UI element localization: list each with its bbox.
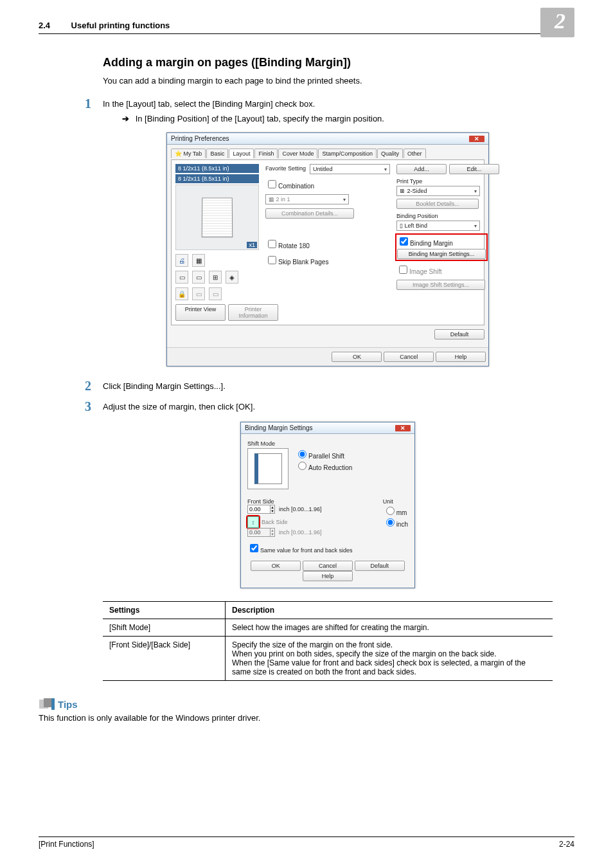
- tab-finish[interactable]: Finish: [254, 149, 278, 158]
- printing-preferences-dialog: Printing Preferences ✕ ⭐ My Tab Basic La…: [166, 132, 489, 366]
- step-number: 3: [85, 400, 103, 413]
- table-header-settings: Settings: [103, 602, 226, 619]
- ok-button[interactable]: OK: [251, 561, 301, 571]
- table-row: [Shift Mode] Select how the images are s…: [103, 619, 553, 637]
- zoom-indicator: x1: [247, 242, 257, 248]
- step-3: 3 Adjust the size of margin, then click …: [85, 400, 553, 413]
- help-button[interactable]: Help: [436, 352, 486, 362]
- setting-name: [Shift Mode]: [103, 619, 226, 637]
- edit-button[interactable]: Edit...: [449, 164, 499, 174]
- back-side-spinner: ▲▼: [247, 528, 275, 537]
- favorite-setting-select[interactable]: Untitled▾: [310, 164, 390, 174]
- tips-text: This function is only available for the …: [39, 713, 553, 723]
- misc2-icon[interactable]: ▭: [209, 287, 222, 300]
- step-text: Click [Binding Margin Settings...].: [103, 379, 226, 391]
- chapter-number: 2: [540, 8, 574, 37]
- back-side-label: Back Side: [262, 519, 288, 525]
- step-text: In the [Layout] tab, select the [Binding…: [103, 97, 315, 109]
- tips-label: Tips: [58, 699, 78, 710]
- front-side-label: Front Side: [247, 498, 322, 505]
- svg-rect-2: [51, 698, 55, 710]
- table-header-description: Description: [226, 602, 553, 619]
- default-button[interactable]: Default: [355, 561, 405, 571]
- footer-left: [Print Functions]: [39, 840, 94, 849]
- settings-table: Settings Description [Shift Mode] Select…: [103, 601, 553, 681]
- svg-rect-1: [44, 698, 53, 707]
- setting-name: [Front Side]/[Back Side]: [103, 637, 226, 681]
- section-number: 2.4: [39, 21, 50, 30]
- tab-covermode[interactable]: Cover Mode: [278, 149, 317, 158]
- cancel-button[interactable]: Cancel: [384, 352, 434, 362]
- printer-icon[interactable]: 🖨: [175, 254, 188, 267]
- unit-label: Unit: [383, 498, 408, 505]
- unit-inch-radio[interactable]: inch: [383, 521, 408, 528]
- step-number: 1: [85, 97, 103, 110]
- print-type-label: Print Type: [396, 178, 480, 185]
- grid-icon[interactable]: ⊞: [209, 271, 222, 284]
- default-button[interactable]: Default: [434, 329, 484, 339]
- layout-icon[interactable]: ▭: [175, 271, 188, 284]
- combination-select[interactable]: ▦ 2 in 1▾: [265, 194, 349, 204]
- rotate180-checkbox[interactable]: Rotate 180: [265, 242, 310, 249]
- step-text: Adjust the size of margin, then click [O…: [103, 400, 255, 411]
- binding-margin-settings-dialog: Binding Margin Settings ✕ Shift Mode Par…: [240, 422, 415, 588]
- dialog-title: Printing Preferences: [171, 135, 229, 142]
- ok-button[interactable]: OK: [332, 352, 382, 362]
- step-1: 1 In the [Layout] tab, select the [Bindi…: [85, 97, 553, 110]
- back-side-range: inch [0.00...1.96]: [279, 529, 322, 536]
- misc1-icon[interactable]: ▭: [192, 287, 205, 300]
- combination-details-button[interactable]: Combination Details...: [265, 208, 354, 219]
- setting-description: Select how the images are shifted for cr…: [226, 619, 553, 637]
- topic-title: Adding a margin on pages ([Binding Margi…: [103, 56, 553, 69]
- lead-paragraph: You can add a binding margin to each pag…: [103, 76, 553, 86]
- print-type-select[interactable]: 🗎 2-Sided▾: [396, 186, 480, 196]
- tab-layout[interactable]: Layout: [229, 149, 254, 158]
- tab-mytab[interactable]: ⭐ My Tab: [171, 149, 206, 158]
- binding-position-label: Binding Position: [396, 213, 480, 219]
- image-shift-checkbox[interactable]: Image Shift: [396, 268, 442, 275]
- stack-icon[interactable]: ◈: [226, 271, 238, 284]
- layout2-icon[interactable]: ▭: [192, 271, 205, 284]
- front-side-spinner[interactable]: ▲▼: [247, 505, 275, 514]
- skip-blank-checkbox[interactable]: Skip Blank Pages: [265, 258, 328, 266]
- image-shift-settings-button[interactable]: Image Shift Settings...: [396, 280, 485, 290]
- dialog-tabs: ⭐ My Tab Basic Layout Finish Cover Mode …: [171, 149, 484, 158]
- paper-size-in: 8 1/2x11 (8.5x11 in): [175, 174, 259, 183]
- page-preview: x1: [175, 185, 259, 250]
- parallel-shift-radio[interactable]: Parallel Shift: [295, 453, 344, 460]
- substep-text: In [Binding Position] of the [Layout] ta…: [136, 114, 384, 123]
- tab-other[interactable]: Other: [404, 149, 426, 158]
- unit-mm-radio[interactable]: mm: [383, 509, 407, 516]
- close-icon[interactable]: ✕: [469, 136, 484, 142]
- binding-position-select[interactable]: ▯ Left Bind▾: [396, 221, 480, 231]
- shift-mode-label: Shift Mode: [247, 440, 408, 447]
- auto-reduction-radio[interactable]: Auto Reduction: [295, 464, 352, 471]
- toggle-arrow-icon[interactable]: ↕: [247, 516, 259, 528]
- printer-view-button[interactable]: Printer View: [175, 304, 226, 321]
- shift-preview: [247, 448, 289, 489]
- doc-icon[interactable]: ▦: [192, 254, 205, 267]
- step-number: 2: [85, 379, 103, 392]
- tab-stamp[interactable]: Stamp/Composition: [318, 149, 377, 158]
- section-title: Useful printing functions: [71, 21, 170, 30]
- lock-icon[interactable]: 🔒: [175, 287, 188, 300]
- front-side-range: inch [0.00...1.96]: [279, 506, 322, 512]
- step-2: 2 Click [Binding Margin Settings...].: [85, 379, 553, 392]
- cancel-button[interactable]: Cancel: [303, 561, 353, 571]
- help-button[interactable]: Help: [303, 571, 353, 581]
- same-value-checkbox[interactable]: Same value for front and back sides: [247, 547, 353, 554]
- tab-basic[interactable]: Basic: [206, 149, 228, 158]
- add-button[interactable]: Add...: [396, 164, 447, 174]
- binding-margin-checkbox[interactable]: Binding Margin: [397, 240, 453, 247]
- tips-icon: [39, 698, 55, 710]
- table-row: [Front Side]/[Back Side] Specify the siz…: [103, 637, 553, 681]
- arrow-icon: ➔: [122, 114, 129, 123]
- step-1-substep: ➔ In [Binding Position] of the [Layout] …: [122, 114, 553, 123]
- combination-checkbox[interactable]: Combination: [265, 183, 314, 190]
- close-icon[interactable]: ✕: [395, 425, 411, 431]
- booklet-details-button[interactable]: Booklet Details...: [396, 199, 479, 209]
- tab-quality[interactable]: Quality: [377, 149, 403, 158]
- binding-margin-settings-button[interactable]: Binding Margin Settings...: [397, 249, 486, 259]
- paper-size-out: 8 1/2x11 (8.5x11 in): [175, 164, 259, 173]
- footer-right: 2-24: [559, 840, 574, 849]
